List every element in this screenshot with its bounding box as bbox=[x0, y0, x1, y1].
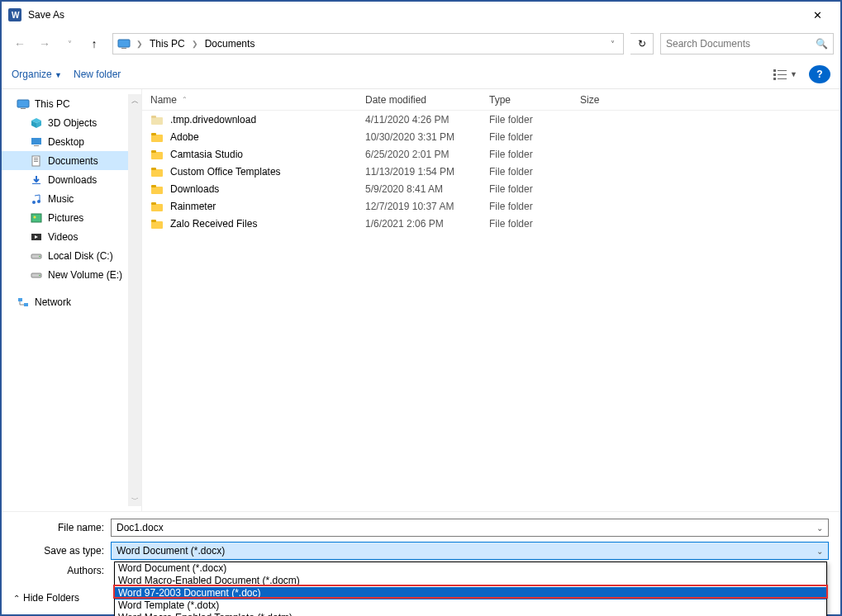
svg-rect-36 bbox=[151, 135, 163, 142]
column-header-name[interactable]: Name ⌃ bbox=[142, 94, 357, 106]
refresh-button[interactable]: ↻ bbox=[630, 33, 654, 54]
nav-scrollbar[interactable]: ︿ ﹀ bbox=[128, 94, 141, 506]
search-input[interactable]: Search Documents 🔍 bbox=[660, 33, 834, 54]
nav-item-new-volume-e-[interactable]: New Volume (E:) bbox=[2, 265, 128, 284]
svg-rect-42 bbox=[151, 187, 163, 194]
cube-icon bbox=[30, 116, 43, 130]
svg-rect-33 bbox=[24, 303, 28, 306]
nav-item-documents[interactable]: Documents bbox=[2, 151, 128, 170]
savetype-option[interactable]: Word Template (*.dotx) bbox=[115, 599, 826, 612]
up-button[interactable]: ↑ bbox=[83, 32, 106, 55]
filename-input[interactable]: Doc1.docx ⌄ bbox=[111, 519, 829, 537]
nav-item-desktop[interactable]: Desktop bbox=[2, 132, 128, 151]
nav-item-pictures[interactable]: Pictures bbox=[2, 208, 128, 227]
scroll-up-icon[interactable]: ︿ bbox=[128, 94, 141, 107]
folder-row[interactable]: Adobe 10/30/2020 3:31 PM File folder bbox=[142, 128, 840, 145]
column-header-type[interactable]: Type bbox=[481, 94, 572, 106]
svg-rect-9 bbox=[778, 78, 787, 79]
svg-rect-3 bbox=[121, 48, 126, 49]
svg-text:W: W bbox=[12, 11, 20, 20]
column-header-date[interactable]: Date modified bbox=[357, 94, 481, 106]
filename-label: File name: bbox=[13, 522, 111, 533]
svg-rect-35 bbox=[151, 116, 156, 118]
view-options-button[interactable]: ▼ bbox=[773, 69, 797, 80]
svg-rect-40 bbox=[151, 169, 163, 177]
nav-item-local-disk-c-[interactable]: Local Disk (C:) bbox=[2, 246, 128, 265]
svg-rect-6 bbox=[773, 78, 776, 80]
svg-rect-32 bbox=[18, 298, 22, 301]
music-icon bbox=[30, 192, 43, 206]
savetype-select[interactable]: Word Document (*.docx) ⌄ bbox=[111, 542, 829, 560]
savetype-option[interactable]: Word 97-2003 Document (*.doc) bbox=[115, 587, 826, 599]
search-icon: 🔍 bbox=[816, 38, 828, 50]
file-name: Downloads bbox=[170, 183, 219, 195]
nav-this-pc[interactable]: This PC bbox=[2, 94, 128, 113]
svg-rect-20 bbox=[34, 161, 38, 162]
svg-rect-2 bbox=[118, 40, 130, 47]
nav-item-downloads[interactable]: Downloads bbox=[2, 170, 128, 189]
folder-row[interactable]: Camtasia Studio 6/25/2020 2:01 PM File f… bbox=[142, 145, 840, 163]
file-date: 10/30/2020 3:31 PM bbox=[357, 131, 481, 143]
nav-network[interactable]: Network bbox=[2, 292, 128, 311]
organize-button[interactable]: Organize ▼ bbox=[12, 69, 62, 80]
svg-point-23 bbox=[37, 200, 40, 203]
svg-rect-18 bbox=[34, 158, 38, 159]
savetype-dropdown[interactable]: Word Document (*.docx)Word Macro-Enabled… bbox=[114, 562, 827, 616]
column-header-size[interactable]: Size bbox=[572, 94, 638, 106]
help-button[interactable]: ? bbox=[809, 65, 830, 83]
folder-icon bbox=[150, 113, 164, 126]
svg-rect-15 bbox=[31, 138, 41, 145]
file-name: Zalo Received Files bbox=[170, 218, 257, 230]
svg-point-31 bbox=[39, 274, 40, 276]
folder-row[interactable]: Zalo Received Files 1/6/2021 2:06 PM Fil… bbox=[142, 215, 840, 232]
file-date: 5/9/2020 8:41 AM bbox=[357, 183, 481, 195]
address-dropdown-icon[interactable]: ˅ bbox=[606, 40, 620, 49]
svg-point-29 bbox=[39, 255, 40, 257]
file-name: Camtasia Studio bbox=[170, 149, 243, 160]
svg-rect-7 bbox=[778, 70, 787, 71]
dropdown-icon[interactable]: ⌄ bbox=[816, 547, 823, 556]
close-button[interactable]: ✕ bbox=[801, 3, 834, 26]
folder-icon bbox=[150, 182, 164, 196]
file-type: File folder bbox=[481, 114, 572, 126]
nav-item-3d-objects[interactable]: 3D Objects bbox=[2, 113, 128, 132]
filename-history-icon[interactable]: ⌄ bbox=[816, 524, 823, 533]
folder-row[interactable]: Custom Office Templates 11/13/2019 1:54 … bbox=[142, 163, 840, 180]
svg-rect-45 bbox=[151, 202, 156, 205]
savetype-option[interactable]: Word Macro-Enabled Template (*.dotm) bbox=[115, 612, 826, 616]
hide-folders-button[interactable]: ⌃ Hide Folders bbox=[13, 592, 79, 604]
authors-label: Authors: bbox=[13, 565, 111, 576]
nav-item-music[interactable]: Music bbox=[2, 189, 128, 208]
savetype-label: Save as type: bbox=[13, 545, 111, 557]
savetype-option[interactable]: Word Macro-Enabled Document (*.docm) bbox=[115, 575, 826, 587]
file-date: 6/25/2020 2:01 PM bbox=[357, 149, 481, 160]
file-name: .tmp.drivedownload bbox=[170, 114, 256, 126]
scroll-down-icon[interactable]: ﹀ bbox=[128, 493, 141, 506]
svg-rect-10 bbox=[17, 100, 29, 107]
svg-point-25 bbox=[34, 216, 36, 218]
file-type: File folder bbox=[481, 131, 572, 143]
folder-icon bbox=[150, 217, 164, 230]
nav-item-videos[interactable]: Videos bbox=[2, 227, 128, 246]
svg-rect-41 bbox=[151, 168, 156, 170]
downloads-icon bbox=[30, 173, 43, 187]
folder-row[interactable]: Downloads 5/9/2020 8:41 AM File folder bbox=[142, 180, 840, 197]
address-bar[interactable]: ❯ This PC ❯ Documents ˅ bbox=[112, 33, 624, 54]
svg-rect-24 bbox=[31, 214, 41, 222]
svg-rect-4 bbox=[773, 69, 776, 72]
folder-icon bbox=[150, 130, 164, 144]
recent-locations-button[interactable]: ˅ bbox=[58, 32, 81, 55]
svg-rect-11 bbox=[21, 108, 26, 109]
svg-rect-16 bbox=[34, 145, 39, 146]
folder-row[interactable]: Rainmeter 12/7/2019 10:37 AM File folder bbox=[142, 197, 840, 215]
folder-row[interactable]: .tmp.drivedownload 4/11/2020 4:26 PM Fil… bbox=[142, 111, 840, 128]
svg-rect-38 bbox=[151, 152, 163, 159]
chevron-up-icon: ⌃ bbox=[13, 594, 20, 603]
savetype-option[interactable]: Word Document (*.docx) bbox=[115, 562, 826, 575]
back-button[interactable]: ← bbox=[8, 32, 31, 55]
new-folder-button[interactable]: New folder bbox=[74, 69, 121, 80]
breadcrumb-thispc[interactable]: This PC bbox=[148, 38, 187, 50]
svg-rect-43 bbox=[151, 185, 156, 187]
breadcrumb-documents[interactable]: Documents bbox=[203, 38, 257, 50]
file-type: File folder bbox=[481, 183, 572, 195]
